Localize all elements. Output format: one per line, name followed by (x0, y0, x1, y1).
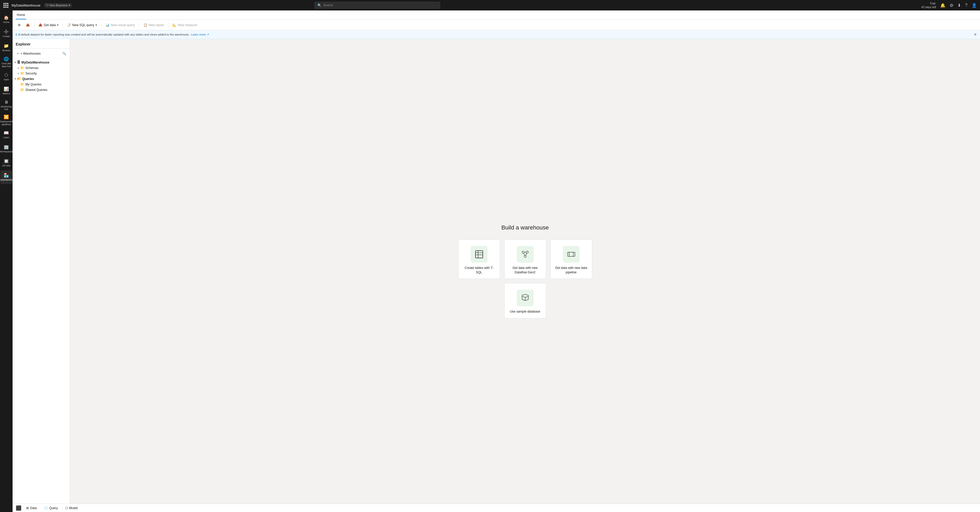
nav-item-metrics[interactable]: 📊 Metrics (0, 84, 12, 98)
publish-button[interactable]: 📤 (24, 22, 32, 28)
tree-item-my-queries[interactable]: ▸ 📁 My Queries (13, 82, 70, 87)
powerbi-logo: ⬛ (16, 505, 21, 511)
home-icon: 🏠 (4, 15, 9, 20)
explorer-tree: ▾ 🗄 MyDataWarehouse ▸ 📁 Schemas ▸ 📁 (13, 59, 70, 504)
cards-grid: Create tables with T-SQL (439, 239, 612, 318)
notification-icon[interactable]: 🔔 (940, 3, 945, 8)
account-icon[interactable]: 👤 (972, 3, 977, 8)
folder-icon: 📁 (20, 82, 24, 86)
nav-item-learn[interactable]: 📖 Learn (0, 128, 12, 142)
card-icon-dataflow (517, 246, 534, 263)
metrics-icon: 📊 (4, 87, 9, 92)
learn-icon: 📖 (4, 130, 9, 135)
report-icon: 📋 (143, 23, 147, 27)
folder-icon: 📁 (20, 66, 24, 70)
build-title: Build a warehouse (439, 224, 612, 231)
data-icon: 📥 (38, 23, 42, 27)
get-data-button[interactable]: 📥 Get data ▾ (37, 22, 60, 28)
toolbar: ⚙ 📤 📥 Get data ▾ 📝 New SQL query ▾ 📊 New… (13, 20, 980, 30)
card-sample-database[interactable]: Use sample database (504, 283, 546, 318)
statusbar-tab-query[interactable]: 📄 Query (41, 505, 60, 511)
dropdown-arrow-icon: ▾ (57, 24, 58, 26)
add-warehouses-button[interactable]: ＋ + Warehouses (15, 50, 42, 57)
main-content: Build a warehouse Cre (70, 39, 980, 504)
statusbar-tab-model[interactable]: ⬡ Model (62, 505, 80, 511)
card-get-data-pipeline[interactable]: Get data with new data pipeline (550, 239, 592, 279)
data-tab-icon: ⊞ (26, 506, 29, 510)
onelake-icon: 🌐 (4, 57, 9, 62)
card-label-sample: Use sample database (510, 309, 540, 314)
info-icon: ℹ (16, 33, 17, 36)
card-label-dataflow: Get data with new Dataflow Gen2 (509, 266, 542, 275)
card-create-tables[interactable]: Create tables with T-SQL (458, 239, 500, 279)
nav-item-onelake[interactable]: 🌐 OneLake data hub (0, 55, 12, 70)
svg-rect-0 (476, 250, 483, 258)
settings-button[interactable]: ⚙ (16, 22, 23, 28)
nav-item-home[interactable]: 🏠 Home (0, 13, 12, 26)
visual-icon: 📊 (105, 23, 110, 27)
chevron-right-icon: ▸ (18, 72, 19, 75)
explorer-toolbar: ＋ + Warehouses 🔍 (13, 49, 70, 59)
explorer-title: Explorer (16, 42, 30, 46)
close-icon[interactable]: ✕ (974, 32, 977, 36)
download-icon[interactable]: ⬇ (958, 3, 961, 8)
queries-icon: 📂 (17, 77, 21, 81)
search-input[interactable] (323, 3, 437, 7)
tree-item-mydatawarehouse[interactable]: ▾ 🗄 MyDataWarehouse (13, 60, 70, 65)
help-icon[interactable]: ? (965, 3, 967, 8)
build-section: Build a warehouse Cre (434, 214, 617, 329)
statusbar-tab-data[interactable]: ⊞ Data (24, 505, 39, 511)
infobar-link[interactable]: Learn more ↗ (191, 33, 209, 36)
subheader: Home (13, 11, 980, 20)
monitoring-icon: 🖥 (4, 100, 8, 105)
settings-icon[interactable]: ⚙ (950, 3, 953, 8)
nav-item-apps[interactable]: ⬡ Apps (0, 70, 12, 84)
card-icon-sample (517, 290, 534, 306)
card-icon-create-tables (471, 246, 487, 263)
nav-item-dp000[interactable]: 🔲 DP-000 (0, 156, 12, 170)
tree-item-shared-queries[interactable]: ▸ 📁 Shared Queries (13, 87, 70, 92)
tree-item-security[interactable]: ▸ 📁 Security (13, 71, 70, 76)
dp000-icon: 🔲 (4, 159, 9, 163)
svg-point-6 (524, 255, 526, 257)
new-report-button[interactable]: 📋 New report (141, 22, 166, 28)
nav-item-monitoring[interactable]: 🖥 Monitoring hub (0, 98, 12, 113)
chevron-down-icon: ▾ (68, 4, 70, 7)
measure-icon: 📐 (172, 23, 177, 27)
external-link-icon: ↗ (207, 33, 209, 36)
badge-label: Non-Business (50, 4, 67, 7)
nav-item-create[interactable]: ➕ Create (0, 27, 12, 40)
svg-line-8 (523, 253, 525, 255)
svg-point-5 (526, 251, 528, 253)
card-get-data-dataflow[interactable]: Get data with new Dataflow Gen2 (504, 239, 546, 279)
explorer-search-button[interactable]: 🔍 (61, 51, 68, 57)
folder-icon: 📁 (20, 88, 24, 92)
app-title: MyDataWarehouse (11, 3, 41, 7)
mydatawarehouse-icon: 🏪 (4, 173, 9, 178)
settings-icon: ⚙ (18, 23, 21, 27)
toolbar-divider-2 (62, 22, 63, 28)
topbar: MyDataWarehouse 🛡 Non-Business ▾ 🔍 Trial… (0, 0, 980, 11)
new-sql-query-button[interactable]: 📝 New SQL query ▾ (65, 22, 99, 28)
tree-item-schemas[interactable]: ▸ 📁 Schemas (13, 65, 70, 71)
waffle-menu[interactable] (3, 3, 8, 8)
chevron-down-icon: ▾ (15, 78, 16, 80)
new-visual-query-button[interactable]: 📊 New visual query (103, 22, 137, 28)
nav-item-deployment[interactable]: 🔀 Deployment pipelines (0, 113, 12, 128)
explorer-panel: Explorer ＋ + Warehouses 🔍 ▾ 🗄 (13, 39, 70, 504)
tenant-badge[interactable]: 🛡 Non-Business ▾ (44, 3, 72, 8)
nav-item-browse[interactable]: 📁 Browse (0, 41, 12, 54)
model-tab-icon: ⬡ (65, 506, 68, 510)
nav-item-workspaces[interactable]: 🏢 Workspaces (0, 142, 12, 156)
chevron-right-icon: ▸ (18, 67, 19, 69)
nav-item-mydatawarehouse[interactable]: 🏪 MyDataWarehouse (0, 170, 12, 184)
sql-icon: 📝 (67, 23, 71, 27)
publish-icon: 📤 (26, 23, 30, 27)
search-bar[interactable]: 🔍 (315, 2, 440, 9)
explorer-header: Explorer (13, 39, 70, 49)
tab-home[interactable]: Home (16, 11, 26, 19)
svg-point-4 (522, 251, 524, 253)
new-measure-button[interactable]: 📐 New measure (170, 22, 199, 28)
tree-item-queries[interactable]: ▾ 📂 Queries (13, 76, 70, 82)
search-icon: 🔍 (317, 3, 321, 7)
